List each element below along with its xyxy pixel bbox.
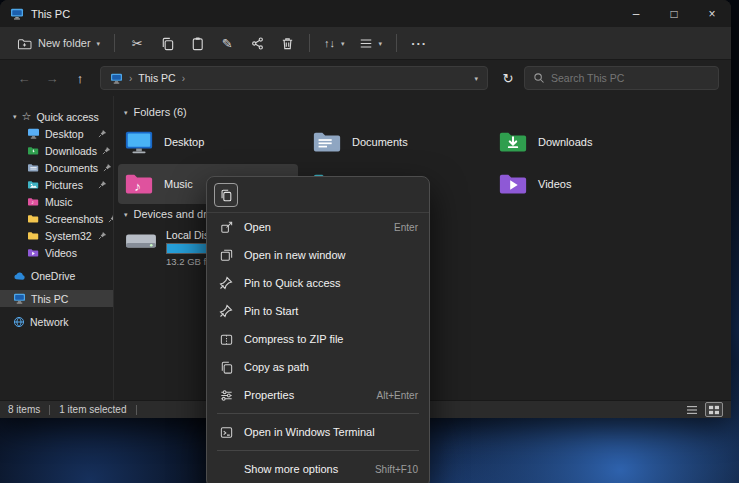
details-view-button[interactable] bbox=[683, 402, 701, 417]
folder-tile-downloads[interactable]: Downloads bbox=[492, 122, 672, 162]
refresh-button[interactable]: ↻ bbox=[496, 66, 520, 90]
menu-item-shortcut: Enter bbox=[394, 222, 418, 233]
more-options-button[interactable]: ··· bbox=[404, 31, 434, 55]
delete-button[interactable] bbox=[272, 31, 302, 55]
sidebar-item-label: Quick access bbox=[36, 111, 98, 123]
sidebar-item-label: This PC bbox=[31, 293, 68, 305]
cut-button[interactable]: ✂ bbox=[122, 31, 152, 55]
context-menu-quick-actions bbox=[207, 177, 429, 213]
copy-button[interactable] bbox=[214, 183, 238, 207]
onedrive-cloud-icon bbox=[13, 271, 26, 281]
folder-tile-label: Documents bbox=[352, 136, 408, 148]
documents-tile-icon bbox=[312, 127, 342, 157]
sidebar-item-label: Music bbox=[45, 196, 72, 208]
svg-text:♪: ♪ bbox=[31, 199, 34, 205]
sidebar-item-label: Downloads bbox=[45, 145, 97, 157]
up-button[interactable]: ↑ bbox=[68, 66, 92, 90]
desktop-icon bbox=[27, 128, 40, 139]
breadcrumb-separator: › bbox=[129, 73, 132, 84]
sidebar-item-label: Documents bbox=[45, 162, 98, 174]
sidebar-item-videos[interactable]: Videos bbox=[0, 244, 113, 261]
zip-icon bbox=[218, 332, 234, 347]
breadcrumb-location[interactable]: This PC bbox=[138, 72, 175, 84]
menu-item-pin-to-quick-access[interactable]: Pin to Quick access bbox=[207, 269, 429, 297]
statusbar-divider bbox=[49, 405, 50, 415]
music-folder-icon: ♪ bbox=[27, 196, 40, 207]
menu-item-label: Open in Windows Terminal bbox=[244, 426, 375, 438]
sidebar-item-desktop[interactable]: Desktop bbox=[0, 125, 113, 142]
view-button[interactable]: ▾ bbox=[352, 33, 390, 54]
search-input[interactable] bbox=[551, 72, 691, 84]
downloads-folder-icon bbox=[27, 145, 40, 156]
new-folder-button[interactable]: New folder ▾ bbox=[10, 33, 107, 54]
folder-icon bbox=[27, 230, 40, 241]
sidebar-item-label: Videos bbox=[45, 247, 77, 259]
sidebar-item-downloads[interactable]: Downloads bbox=[0, 142, 113, 159]
address-row: ← → ↑ › This PC › ▾ ↻ bbox=[0, 60, 731, 96]
menu-item-properties[interactable]: Properties Alt+Enter bbox=[207, 381, 429, 409]
window-title: This PC bbox=[31, 8, 70, 20]
toolbar-separator bbox=[114, 34, 115, 52]
folder-tile-documents[interactable]: Documents bbox=[306, 122, 486, 162]
forward-button[interactable]: → bbox=[40, 66, 64, 90]
downloads-tile-icon bbox=[498, 127, 528, 157]
videos-folder-icon bbox=[27, 247, 40, 258]
paste-button[interactable] bbox=[182, 31, 212, 55]
toolbar-separator bbox=[396, 34, 397, 52]
menu-item-label: Open in new window bbox=[244, 249, 346, 261]
thumbnails-view-button[interactable] bbox=[705, 402, 723, 417]
sidebar-item-label: OneDrive bbox=[31, 270, 75, 282]
svg-text:♪: ♪ bbox=[134, 179, 141, 194]
menu-item-pin-to-start[interactable]: Pin to Start bbox=[207, 297, 429, 325]
close-button[interactable]: × bbox=[693, 0, 731, 27]
sidebar-item-label: Pictures bbox=[45, 179, 83, 191]
minimize-button[interactable]: – bbox=[617, 0, 655, 27]
back-button[interactable]: ← bbox=[12, 66, 36, 90]
folders-section-header[interactable]: ▾ Folders (6) bbox=[124, 106, 187, 118]
view-icon bbox=[359, 37, 373, 50]
sidebar-item-documents[interactable]: Documents bbox=[0, 159, 113, 176]
address-dropdown-chevron-icon[interactable]: ▾ bbox=[474, 75, 478, 82]
rename-button[interactable]: ✎ bbox=[212, 31, 242, 55]
address-bar[interactable]: › This PC › ▾ bbox=[100, 66, 488, 90]
menu-item-copy-as-path[interactable]: Copy as path bbox=[207, 353, 429, 381]
pin-icon bbox=[98, 180, 107, 189]
menu-separator bbox=[217, 450, 419, 451]
menu-item-label: Show more options bbox=[244, 463, 338, 475]
sidebar-item-pictures[interactable]: Pictures bbox=[0, 176, 113, 193]
chevron-down-icon[interactable]: ▾ bbox=[13, 113, 17, 120]
desktop-tile-icon bbox=[124, 127, 154, 157]
statusbar-divider bbox=[136, 405, 137, 415]
menu-item-show-more-options[interactable]: Show more options Shift+F10 bbox=[207, 455, 429, 483]
menu-item-open-in-windows-terminal[interactable]: Open in Windows Terminal bbox=[207, 418, 429, 446]
share-button[interactable] bbox=[242, 31, 272, 55]
properties-icon bbox=[218, 388, 234, 403]
sidebar-item-onedrive[interactable]: OneDrive bbox=[0, 267, 113, 284]
search-icon bbox=[533, 72, 545, 84]
copy-button[interactable] bbox=[152, 31, 182, 55]
maximize-button[interactable]: □ bbox=[655, 0, 693, 27]
menu-item-shortcut: Alt+Enter bbox=[377, 390, 418, 401]
breadcrumb-separator[interactable]: › bbox=[182, 73, 185, 84]
quick-access-star-icon: ☆ bbox=[22, 111, 32, 122]
search-box[interactable] bbox=[524, 66, 719, 90]
sidebar-item-system32[interactable]: System32 bbox=[0, 227, 113, 244]
sidebar-item-network[interactable]: Network bbox=[0, 313, 113, 330]
chevron-down-icon: ▾ bbox=[124, 211, 128, 218]
menu-item-label: Compress to ZIP file bbox=[244, 333, 343, 345]
pictures-folder-icon bbox=[27, 179, 40, 190]
menu-item-open[interactable]: Open Enter bbox=[207, 213, 429, 241]
sidebar-item-this-pc[interactable]: This PC bbox=[0, 290, 113, 307]
navigation-pane: ▾ ☆ Quick access Desktop Downloads bbox=[0, 96, 114, 400]
folder-tile-videos[interactable]: Videos bbox=[492, 164, 672, 204]
menu-item-compress-to-zip[interactable]: Compress to ZIP file bbox=[207, 325, 429, 353]
menu-item-open-in-new-window[interactable]: Open in new window bbox=[207, 241, 429, 269]
menu-item-label: Copy as path bbox=[244, 361, 309, 373]
sidebar-item-quick-access[interactable]: ▾ ☆ Quick access bbox=[0, 108, 113, 125]
new-folder-icon bbox=[17, 37, 32, 50]
folder-tile-desktop[interactable]: Desktop bbox=[118, 122, 298, 162]
context-menu: Open Enter Open in new window Pin to Qui… bbox=[206, 176, 430, 483]
sidebar-item-music[interactable]: ♪ Music bbox=[0, 193, 113, 210]
sidebar-item-screenshots[interactable]: Screenshots bbox=[0, 210, 113, 227]
sort-button[interactable]: ↑↓ ▾ bbox=[317, 33, 352, 53]
